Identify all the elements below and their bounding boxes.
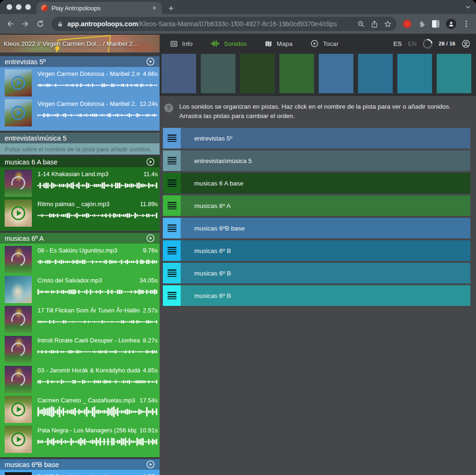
clip-cell[interactable] <box>319 54 353 93</box>
track-row[interactable]: musicas 6º B <box>163 285 470 306</box>
clip-cell[interactable] <box>397 54 432 93</box>
clip-item[interactable]: 08 - Es Sakūru Uguntiņu.mp39.76s <box>0 246 160 276</box>
tab-tocar[interactable]: Tocar <box>310 39 338 48</box>
clip-item[interactable]: Virgen Carmen Dolorosa - Maribel 2.mp34.… <box>0 69 160 99</box>
clip-item[interactable]: 1-14 Khakasian Land.mp311.4s <box>0 170 160 200</box>
minimize-window-button[interactable] <box>16 4 22 10</box>
track-name[interactable]: musicas 6º B <box>181 240 470 261</box>
close-window-button[interactable] <box>7 4 12 10</box>
tab-mapa[interactable]: Mapa <box>264 40 293 48</box>
puzzle-extensions-icon[interactable] <box>417 20 425 28</box>
drag-handle[interactable] <box>163 240 181 261</box>
drag-handle[interactable] <box>163 128 181 148</box>
play-icon[interactable] <box>5 426 32 453</box>
bookmark-star-icon[interactable] <box>384 20 392 28</box>
tab-search-chevron-icon[interactable] <box>465 4 471 10</box>
clip-item[interactable]: Carmen Carreto _ Castañuelas.mp317.54s <box>0 396 160 426</box>
section-play-icon[interactable] <box>146 234 155 243</box>
clip-thumbnail[interactable] <box>5 396 32 423</box>
clip-cell[interactable] <box>358 54 393 93</box>
track-section-header[interactable]: musicas 6 A base <box>0 156 160 167</box>
clip-thumbnail[interactable] <box>5 69 32 96</box>
side-panel-extension-icon[interactable] <box>432 20 439 28</box>
clip-thumbnail[interactable] <box>5 170 32 197</box>
play-icon[interactable] <box>5 99 32 126</box>
section-play-icon[interactable] <box>146 460 155 469</box>
track-row[interactable]: entrevistas 5º <box>163 128 470 148</box>
track-section-header[interactable]: musicas 6ºB base <box>0 459 160 470</box>
track-name[interactable]: musicas 6ºB base <box>181 218 470 238</box>
clip-item[interactable]: Cristo del Salvador.mp334.05s <box>0 276 160 306</box>
breadcrumb[interactable]: Kleos 2022 // Virgen Carmen Dol... / Mar… <box>4 35 138 52</box>
clip-item[interactable]: 03 - Jaromír Horák & Konrádyho dudácká .… <box>0 366 160 396</box>
clip-thumbnail[interactable] <box>5 246 32 273</box>
zoom-page-icon[interactable] <box>357 20 365 28</box>
track-section-header[interactable]: entrevistas 5º <box>0 56 160 67</box>
profile-avatar[interactable] <box>446 19 456 29</box>
track-name[interactable]: musicas 6º B <box>181 263 470 283</box>
play-icon[interactable] <box>5 472 32 475</box>
loading-ring-icon <box>5 170 32 197</box>
track-row[interactable]: musicas 6 A base <box>163 173 470 193</box>
track-name[interactable]: musicas 6º B <box>181 285 470 306</box>
browser-menu-icon[interactable] <box>463 20 469 28</box>
play-icon[interactable] <box>5 396 32 423</box>
account-icon[interactable] <box>461 39 470 48</box>
drag-handle[interactable] <box>163 150 181 171</box>
clip-thumbnail[interactable] <box>5 200 32 227</box>
clip-item[interactable]: BASE Pata Negra - Los Managers3.77s <box>0 472 160 475</box>
tab-close-icon[interactable]: × <box>152 4 157 12</box>
play-icon[interactable] <box>5 200 32 227</box>
drag-handle[interactable] <box>163 173 181 193</box>
back-icon[interactable] <box>4 17 17 30</box>
track-row[interactable]: entrevistas\música 5 <box>163 150 470 171</box>
tab-sonidos[interactable]: Sonidos <box>211 40 247 47</box>
tab-info[interactable]: Info <box>170 40 193 48</box>
record-extension-icon[interactable] <box>404 21 410 27</box>
clip-thumbnail[interactable] <box>5 336 32 363</box>
clip-thumbnail[interactable] <box>5 426 32 453</box>
drag-handle[interactable] <box>163 218 181 238</box>
lang-en-button[interactable]: EN <box>408 40 417 47</box>
clip-item[interactable]: Virgen Carmen Dolorosa - Maribel 2.mp312… <box>0 99 160 129</box>
clip-cell[interactable] <box>240 54 275 93</box>
section-play-icon[interactable] <box>146 157 155 166</box>
track-name[interactable]: entrevistas 5º <box>181 128 470 148</box>
zoom-window-button[interactable] <box>25 4 31 10</box>
track-name[interactable]: musicas 6 A base <box>181 173 470 193</box>
clip-item[interactable]: Ritmo palmas _ cajón.mp311.89s <box>0 200 160 230</box>
track-name[interactable]: musicas 6º A <box>181 195 470 216</box>
section-play-icon[interactable] <box>146 57 155 66</box>
play-icon[interactable] <box>5 69 32 96</box>
track-section-header[interactable]: musicas 6º A <box>0 233 160 244</box>
track-row[interactable]: musicas 6º A <box>163 195 470 216</box>
clip-thumbnail[interactable] <box>5 472 32 475</box>
clip-cell[interactable] <box>437 54 471 93</box>
track-name[interactable]: entrevistas\música 5 <box>181 150 470 171</box>
clip-item[interactable]: Pata Negra - Los Managers (256 kbps).mp3… <box>0 426 160 456</box>
clip-thumbnail[interactable] <box>5 276 32 303</box>
clip-thumbnail[interactable] <box>5 306 32 333</box>
forward-icon[interactable] <box>19 17 32 30</box>
clip-thumbnail[interactable] <box>5 99 32 126</box>
clip-item[interactable]: 17 Till Flickan Som Är Tusen År-Halling … <box>0 306 160 336</box>
clip-cell[interactable] <box>279 54 314 93</box>
share-icon[interactable] <box>371 20 378 28</box>
drag-handle[interactable] <box>163 263 181 283</box>
browser-tab[interactable]: Play Antropoloops × <box>37 2 162 14</box>
clip-cell[interactable] <box>161 54 196 93</box>
track-row[interactable]: musicas 6º B <box>163 240 470 261</box>
address-bar[interactable]: app.antropoloops.com/Kleos-Santa-Marina/… <box>51 17 396 31</box>
clip-cell[interactable] <box>201 54 235 93</box>
lang-es-button[interactable]: ES <box>393 40 402 47</box>
clip-item[interactable]: Introit Rorate Caeli Desuper - Lionheart… <box>0 336 160 366</box>
drag-handle[interactable] <box>163 195 181 216</box>
reload-icon[interactable] <box>34 17 47 30</box>
track-row[interactable]: musicas 6º B <box>163 263 470 283</box>
track-row[interactable]: musicas 6ºB base <box>163 218 470 238</box>
main-panel: ? Los sonidos se organizan en pistas. Ha… <box>160 52 476 475</box>
clip-thumbnail[interactable] <box>5 366 32 393</box>
drag-handle[interactable] <box>163 285 181 306</box>
track-section-header[interactable]: entrevistas\música 5 <box>0 133 160 143</box>
new-tab-button[interactable]: + <box>162 2 180 15</box>
